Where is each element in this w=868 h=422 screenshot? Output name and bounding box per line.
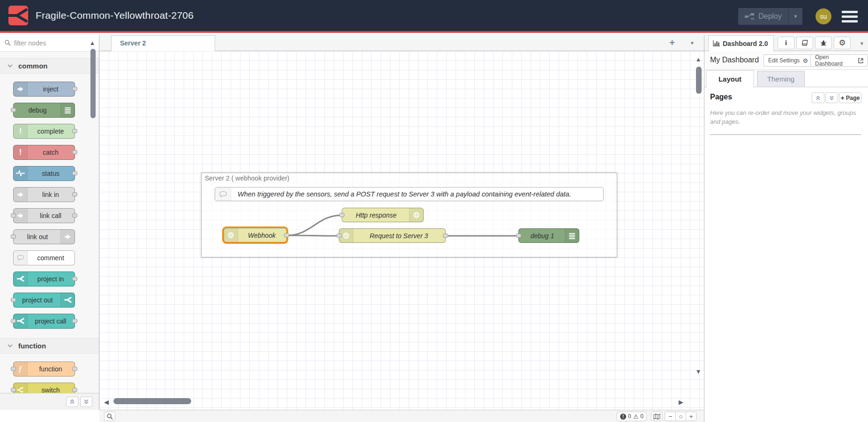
flow-canvas[interactable]: Server 2 ( webhook provider) When trigge… — [99, 51, 704, 410]
tab-layout[interactable]: Layout — [706, 70, 754, 88]
deploy-icon — [745, 13, 754, 20]
palette-node-link-in[interactable]: link in — [13, 187, 75, 202]
node-label: complete — [27, 128, 75, 135]
palette-node-project-out[interactable]: project out — [13, 293, 75, 308]
canvas-search-button[interactable] — [104, 412, 115, 421]
input-port[interactable] — [337, 234, 342, 238]
tab-dashboard-2[interactable]: Dashboard 2.0 — [708, 35, 774, 51]
request-to-server3-node[interactable]: Request to Server 3 — [339, 228, 446, 243]
main-menu-button[interactable] — [842, 11, 858, 23]
palette-node-catch[interactable]: !catch — [13, 145, 75, 160]
palette-scroll-up-arrow[interactable]: ▲ — [89, 39, 96, 46]
canvas-hscrollbar-thumb[interactable] — [113, 398, 191, 404]
tab-server-2[interactable]: Server 2 — [111, 35, 215, 51]
palette-filter-placeholder: filter nodes — [14, 39, 46, 47]
canvas-scroll-left-arrow[interactable]: ◀ — [104, 399, 109, 406]
exclamation-icon: ! — [14, 124, 28, 138]
canvas-scroll-down-arrow[interactable]: ▼ — [695, 368, 702, 375]
gear-icon: ⚙ — [802, 57, 808, 64]
input-port[interactable] — [11, 298, 16, 302]
bug-icon[interactable] — [815, 37, 832, 49]
output-port[interactable] — [72, 192, 77, 196]
deploy-label: Deploy — [758, 12, 782, 21]
tab-dashboard-label: Dashboard 2.0 — [723, 40, 768, 47]
input-port[interactable] — [11, 213, 16, 218]
open-dashboard-button[interactable]: Open Dashboard — [810, 54, 868, 67]
webhook-node[interactable]: Webhook — [224, 228, 287, 242]
sidebar-options-caret[interactable]: ▾ — [860, 40, 863, 47]
palette-category-function[interactable]: function — [0, 338, 99, 354]
flow-list-caret[interactable]: ▾ — [690, 39, 694, 46]
node-label: Request to Server 3 — [352, 232, 445, 240]
palette-expand-all-button[interactable] — [80, 397, 92, 407]
output-port[interactable] — [72, 87, 77, 91]
output-port[interactable] — [72, 171, 77, 175]
input-port[interactable] — [516, 234, 521, 238]
input-port[interactable] — [11, 108, 16, 112]
instance-title: Fragile-Common-Yellowthroat-2706 — [36, 10, 194, 21]
output-port[interactable] — [72, 277, 77, 281]
book-icon[interactable] — [796, 37, 813, 49]
user-avatar[interactable]: su — [816, 8, 831, 24]
output-port[interactable] — [284, 233, 289, 237]
zoom-reset-button[interactable]: ○ — [675, 412, 686, 421]
bar-chart-icon — [713, 40, 720, 46]
palette-node-project-in[interactable]: project in — [13, 271, 75, 286]
debug-list-icon — [60, 103, 75, 117]
palette-node-status[interactable]: status — [13, 166, 75, 181]
plus-icon: + — [840, 94, 844, 102]
palette-node-function[interactable]: ƒfunction — [13, 362, 75, 377]
palette-scrollbar-thumb[interactable] — [90, 49, 96, 118]
chevron-down-icon — [7, 64, 13, 68]
palette-node-complete[interactable]: !complete — [13, 124, 75, 139]
palette-node-link-call[interactable]: link call — [13, 208, 75, 223]
comment-node[interactable]: When triggered by the sensors, send a PO… — [215, 187, 604, 201]
http-response-node[interactable]: Http response — [342, 208, 424, 222]
tab-theming[interactable]: Theming — [757, 71, 805, 87]
canvas-vscrollbar-thumb[interactable] — [696, 67, 702, 94]
output-port[interactable] — [72, 129, 77, 133]
navigator-button[interactable] — [651, 412, 662, 421]
output-port[interactable] — [72, 150, 77, 154]
info-icon[interactable]: i — [778, 37, 794, 49]
palette-node-switch[interactable]: switch — [13, 383, 75, 393]
canvas-scroll-right-arrow[interactable]: ▶ — [679, 399, 683, 406]
external-link-icon — [858, 58, 863, 63]
debug1-node[interactable]: debug 1 — [518, 228, 579, 243]
output-port[interactable] — [72, 319, 77, 323]
move-page-down-button[interactable] — [825, 92, 838, 103]
deploy-button[interactable]: Deploy ▾ — [738, 8, 802, 25]
move-page-up-button[interactable] — [812, 92, 824, 103]
input-port[interactable] — [339, 213, 344, 217]
palette-category-common[interactable]: common — [0, 58, 99, 74]
input-port[interactable] — [11, 234, 16, 239]
palette-node-link-out[interactable]: link out — [13, 229, 75, 244]
output-port[interactable] — [443, 234, 448, 238]
palette-collapse-all-button[interactable] — [66, 397, 78, 407]
palette-node-inject[interactable]: inject — [13, 82, 75, 97]
node-label: Http response — [342, 211, 410, 219]
edit-settings-button[interactable]: Edit Settings ⚙ — [763, 54, 813, 67]
input-port[interactable] — [11, 319, 16, 323]
palette-node-debug[interactable]: debug — [13, 103, 75, 118]
palette-node-comment[interactable]: comment — [13, 250, 75, 265]
node-label: function — [27, 365, 75, 373]
deploy-options-caret[interactable]: ▾ — [788, 8, 802, 25]
add-page-button[interactable]: + Page — [839, 92, 861, 103]
input-port[interactable] — [11, 388, 16, 392]
notification-counts[interactable]: ! 0 ⚠ 0 — [617, 412, 647, 421]
warning-icon: ⚠ — [633, 414, 639, 420]
zoom-out-button[interactable]: − — [665, 412, 675, 421]
gear-icon[interactable]: ⚙ — [834, 37, 851, 49]
input-port[interactable] — [11, 367, 16, 371]
output-port[interactable] — [72, 388, 77, 392]
add-flow-button[interactable]: + — [669, 38, 675, 48]
zoom-in-button[interactable]: + — [686, 412, 696, 421]
palette-node-project-call[interactable]: project call — [13, 314, 75, 329]
palette-filter[interactable]: filter nodes — [0, 35, 99, 52]
output-port[interactable] — [72, 367, 77, 371]
dashboard-title: My Dashboard — [710, 56, 759, 64]
output-port[interactable] — [72, 213, 77, 218]
canvas-scroll-up-arrow[interactable]: ▲ — [695, 56, 702, 63]
comment-bubble-icon — [215, 188, 231, 201]
